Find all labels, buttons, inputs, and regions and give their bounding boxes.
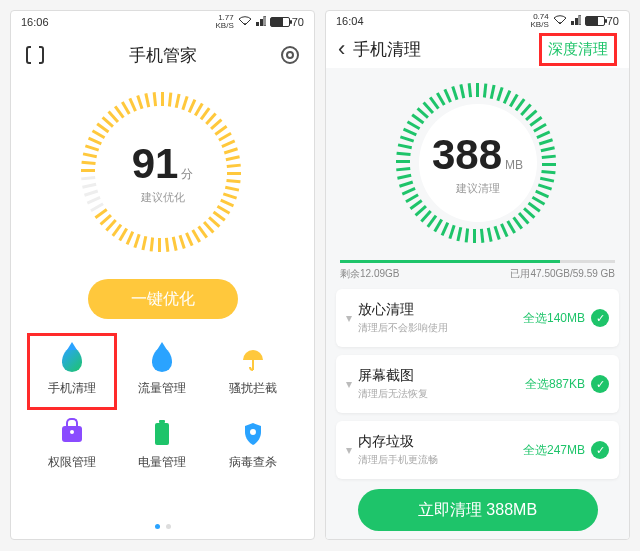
phone-clean-screen: 16:04 0.74 KB/S 70 ‹ 手机清理 深度清理 [325, 10, 630, 540]
storage-fill [340, 260, 560, 263]
signal-icon [256, 16, 266, 28]
feature-label: 流量管理 [138, 380, 186, 397]
chevron-down-icon: ▾ [346, 377, 352, 391]
svg-rect-1 [256, 22, 259, 26]
storage-labels: 剩余12.09GB 已用47.50GB/59.59 GB [326, 265, 629, 289]
battery-icon [148, 420, 176, 448]
scan-icon [26, 46, 44, 64]
feature-label: 电量管理 [138, 454, 186, 471]
storage-used: 已用47.50GB/59.59 GB [510, 267, 615, 281]
perm-icon [58, 420, 86, 448]
page-title: 手机清理 [353, 38, 421, 61]
clean-item-title: 放心清理 [358, 301, 523, 319]
feature-label: 手机清理 [48, 380, 96, 397]
status-time: 16:06 [21, 16, 49, 28]
check-icon[interactable]: ✓ [591, 441, 609, 459]
clean-size-value: 388 [432, 131, 502, 179]
storage-bar [340, 260, 615, 263]
svg-point-6 [559, 22, 561, 24]
clean-now-button[interactable]: 立即清理 388MB [358, 489, 598, 531]
clean-item-size: 全选887KB [525, 376, 585, 393]
svg-rect-7 [571, 21, 574, 25]
score-unit: 分 [181, 166, 193, 183]
clean-list: ▾放心清理清理后不会影响使用全选140MB✓▾屏幕截图清理后无法恢复全选887K… [326, 289, 629, 479]
block-icon [239, 346, 267, 374]
feature-label: 病毒查杀 [229, 454, 277, 471]
chevron-down-icon: ▾ [346, 311, 352, 325]
page-title: 手机管家 [47, 44, 278, 67]
svg-point-0 [244, 23, 246, 25]
status-bar: 16:04 0.74 KB/S 70 [326, 11, 629, 30]
wifi-icon [238, 16, 252, 28]
clean-size-unit: MB [505, 158, 523, 172]
clean-gauge: 388MB 建议清理 [393, 78, 563, 248]
title-bar: 手机管家 [11, 33, 314, 77]
gear-icon [281, 46, 299, 64]
battery-pct: 70 [607, 15, 619, 27]
svg-rect-8 [575, 18, 578, 25]
page-indicator [11, 514, 314, 539]
feature-battery[interactable]: 电量管理 [117, 410, 207, 481]
svg-point-5 [250, 429, 256, 435]
data-icon [148, 346, 176, 374]
deep-clean-button[interactable]: 深度清理 [539, 33, 617, 66]
clean-item-size: 全选247MB [523, 442, 585, 459]
back-button[interactable]: ‹ [338, 38, 345, 60]
check-icon[interactable]: ✓ [591, 375, 609, 393]
clean-item-sub: 清理后无法恢复 [358, 387, 525, 401]
clean-item-sub: 清理后不会影响使用 [358, 321, 523, 335]
title-bar: ‹ 手机清理 深度清理 [326, 30, 629, 68]
svg-rect-2 [260, 19, 263, 26]
optimize-button[interactable]: 一键优化 [88, 279, 238, 319]
feature-grid: 手机清理流量管理骚扰拦截权限管理电量管理病毒查杀 [11, 333, 314, 481]
clean-item-0[interactable]: ▾放心清理清理后不会影响使用全选140MB✓ [336, 289, 619, 347]
signal-icon [571, 15, 581, 27]
phone-manager-screen: 16:06 1.77 KB/S 70 手机管家 91分 建 [10, 10, 315, 540]
scan-button[interactable] [23, 43, 47, 67]
feature-block[interactable]: 骚扰拦截 [208, 333, 298, 410]
feature-clean[interactable]: 手机清理 [27, 333, 117, 410]
score-gauge: 91分 建议优化 [78, 87, 248, 257]
clean-item-title: 屏幕截图 [358, 367, 525, 385]
chevron-down-icon: ▾ [346, 443, 352, 457]
clean-item-size: 全选140MB [523, 310, 585, 327]
storage-free: 剩余12.09GB [340, 267, 399, 281]
svg-rect-3 [264, 16, 266, 26]
score-subtitle: 建议优化 [141, 190, 185, 205]
clean-item-2[interactable]: ▾内存垃圾清理后手机更流畅全选247MB✓ [336, 421, 619, 479]
score-value: 91 [132, 140, 179, 188]
check-icon[interactable]: ✓ [591, 309, 609, 327]
status-time: 16:04 [336, 15, 364, 27]
status-right: 1.77 KB/S 70 [216, 14, 304, 30]
svg-rect-9 [579, 15, 581, 25]
net-speed: 0.74 KB/S [531, 13, 549, 29]
status-right: 0.74 KB/S 70 [531, 13, 619, 29]
clean-item-title: 内存垃圾 [358, 433, 523, 451]
dot-1[interactable] [155, 524, 160, 529]
status-bar: 16:06 1.77 KB/S 70 [11, 11, 314, 33]
feature-virus[interactable]: 病毒查杀 [208, 410, 298, 481]
clean-icon [58, 346, 86, 374]
settings-button[interactable] [278, 43, 302, 67]
feature-perm[interactable]: 权限管理 [27, 410, 117, 481]
clean-item-1[interactable]: ▾屏幕截图清理后无法恢复全选887KB✓ [336, 355, 619, 413]
dot-2[interactable] [166, 524, 171, 529]
clean-subtitle: 建议清理 [456, 181, 500, 196]
feature-label: 骚扰拦截 [229, 380, 277, 397]
battery-indicator: 70 [585, 15, 619, 27]
clean-item-sub: 清理后手机更流畅 [358, 453, 523, 467]
battery-pct: 70 [292, 16, 304, 28]
wifi-icon [553, 15, 567, 27]
battery-indicator: 70 [270, 16, 304, 28]
net-speed: 1.77 KB/S [216, 14, 234, 30]
virus-icon [239, 420, 267, 448]
feature-data[interactable]: 流量管理 [117, 333, 207, 410]
feature-label: 权限管理 [48, 454, 96, 471]
